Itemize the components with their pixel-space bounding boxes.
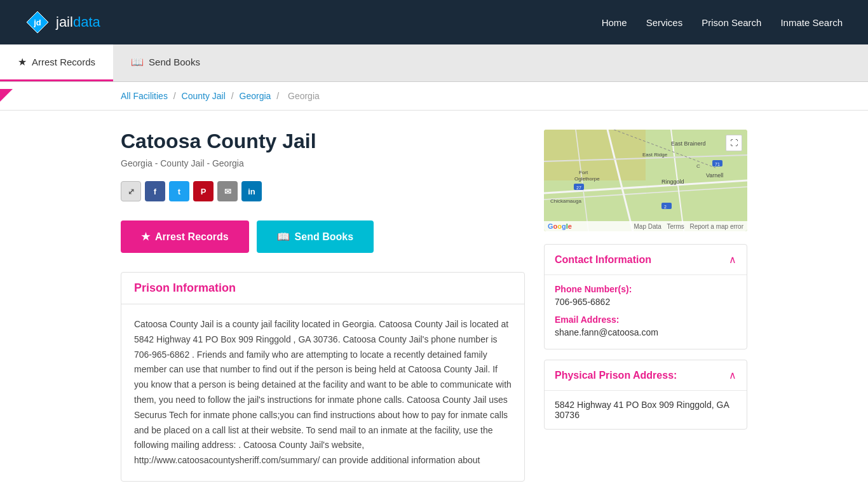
breadcrumb-sep-1: / (173, 91, 176, 101)
breadcrumb: All Facilities / County Jail / Georgia /… (0, 82, 868, 111)
breadcrumb-current: Georgia (288, 91, 320, 101)
prison-info-title: Prison Information (134, 281, 512, 295)
contact-info-header: Contact Information ∧ (545, 245, 747, 275)
pinterest-icon[interactable]: P (193, 181, 214, 201)
phone-value: 706-965-6862 (555, 297, 736, 307)
arrest-star-icon: ★ (141, 231, 150, 243)
svg-text:2: 2 (664, 205, 667, 209)
svg-text:27: 27 (576, 186, 581, 190)
contact-info-title: Contact Information (555, 254, 651, 266)
left-content: Catoosa County Jail Georgia - County Jai… (121, 130, 525, 482)
logo-diamond-icon: jd (25, 10, 50, 34)
nav-home[interactable]: Home (602, 17, 627, 28)
send-books-button-label: Send Books (295, 231, 353, 243)
send-books-book-icon: 📖 (277, 231, 290, 243)
social-icons: ⤢ f t P ✉ in (121, 181, 525, 201)
nav-services[interactable]: Services (646, 17, 683, 28)
svg-rect-3 (544, 130, 646, 180)
address-card-header: Physical Prison Address: ∧ (545, 360, 747, 391)
breadcrumb-sep-2: / (231, 91, 234, 101)
svg-text:C: C (696, 163, 700, 169)
logo[interactable]: jd jaildata (25, 10, 100, 34)
main-container: Catoosa County Jail Georgia - County Jai… (0, 111, 868, 488)
main-nav: Home Services Prison Search Inmate Searc… (602, 17, 843, 28)
address-value: 5842 Highway 41 PO Box 909 Ringgold, GA … (555, 400, 729, 420)
twitter-icon[interactable]: t (169, 181, 189, 201)
send-books-button[interactable]: 📖 Send Books (257, 220, 374, 253)
prison-info-body: Catoosa County Jail is a county jail fac… (121, 304, 524, 481)
site-header: jd jaildata Home Services Prison Search … (0, 0, 868, 44)
svg-text:Oglethorpe: Oglethorpe (574, 176, 600, 182)
arrest-records-button[interactable]: ★ Arrest Records (121, 220, 249, 253)
share-icon[interactable]: ⤢ (121, 181, 141, 201)
star-icon: ★ (18, 56, 27, 68)
address-card: Physical Prison Address: ∧ 5842 Highway … (544, 360, 747, 430)
action-buttons: ★ Arrest Records 📖 Send Books (121, 220, 525, 253)
facility-title: Catoosa County Jail (121, 130, 525, 153)
prison-info-text: Catoosa County Jail is a county jail fac… (134, 317, 512, 468)
tabs-bar: ★ Arrest Records 📖 Send Books (0, 44, 868, 82)
facebook-icon[interactable]: f (145, 181, 165, 201)
map-footer-links: Map Data Terms Report a map error (634, 223, 743, 230)
map-data-label[interactable]: Map Data (634, 223, 661, 230)
svg-text:jd: jd (33, 18, 41, 27)
linkedin-icon[interactable]: in (241, 181, 262, 201)
contact-info-card: Contact Information ∧ Phone Number(s): 7… (544, 244, 747, 349)
svg-text:Fort: Fort (579, 170, 588, 175)
contact-info-chevron[interactable]: ∧ (729, 254, 736, 266)
map-report[interactable]: Report a map error (690, 223, 743, 230)
svg-rect-20 (661, 203, 672, 209)
address-body: 5842 Highway 41 PO Box 909 Ringgold, GA … (545, 391, 747, 429)
nav-prison-search[interactable]: Prison Search (702, 17, 761, 28)
map-placeholder: East Brainerd East Ridge C Fort Oglethor… (544, 130, 747, 231)
email-label: Email Address: (555, 315, 736, 325)
map-footer: Google Map Data Terms Report a map error (544, 221, 747, 231)
svg-text:East Ridge: East Ridge (642, 152, 668, 158)
book-icon: 📖 (131, 56, 144, 68)
facility-subtitle: Georgia - County Jail - Georgia (121, 158, 525, 168)
arrest-records-button-label: Arrest Records (155, 231, 229, 243)
map-expand-button[interactable]: ⛶ (726, 135, 742, 151)
address-chevron[interactable]: ∧ (729, 369, 736, 381)
google-logo: Google (548, 222, 572, 230)
svg-text:Ringgold: Ringgold (661, 179, 684, 185)
tab-send-books-label: Send Books (149, 57, 200, 67)
svg-text:Varnell: Varnell (706, 172, 723, 179)
svg-text:Chickamauga: Chickamauga (550, 198, 581, 204)
breadcrumb-county-jail[interactable]: County Jail (182, 91, 226, 101)
map-terms[interactable]: Terms (667, 223, 684, 230)
map-container: East Brainerd East Ridge C Fort Oglethor… (544, 130, 747, 231)
prison-info-header: Prison Information (121, 273, 524, 304)
svg-text:East Brainerd: East Brainerd (671, 140, 706, 147)
red-corner-decoration (0, 89, 13, 102)
logo-text: jaildata (56, 14, 100, 30)
breadcrumb-sep-3: / (276, 91, 279, 101)
map-svg: East Brainerd East Ridge C Fort Oglethor… (544, 130, 747, 231)
tab-arrest-records-label: Arrest Records (32, 57, 95, 67)
prison-info-section: Prison Information Catoosa County Jail i… (121, 272, 525, 482)
contact-info-body: Phone Number(s): 706-965-6862 Email Addr… (545, 275, 747, 349)
svg-text:71: 71 (715, 162, 720, 166)
right-sidebar: East Brainerd East Ridge C Fort Oglethor… (544, 130, 747, 482)
breadcrumb-all-facilities[interactable]: All Facilities (121, 91, 168, 101)
breadcrumb-georgia[interactable]: Georgia (240, 91, 271, 101)
email-value: shane.fann@catoosa.com (555, 327, 736, 337)
phone-label: Phone Number(s): (555, 284, 736, 294)
email-share-icon[interactable]: ✉ (217, 181, 238, 201)
tab-send-books[interactable]: 📖 Send Books (113, 44, 218, 81)
tab-arrest-records[interactable]: ★ Arrest Records (0, 44, 113, 81)
address-title: Physical Prison Address: (555, 370, 677, 381)
nav-inmate-search[interactable]: Inmate Search (780, 17, 843, 28)
